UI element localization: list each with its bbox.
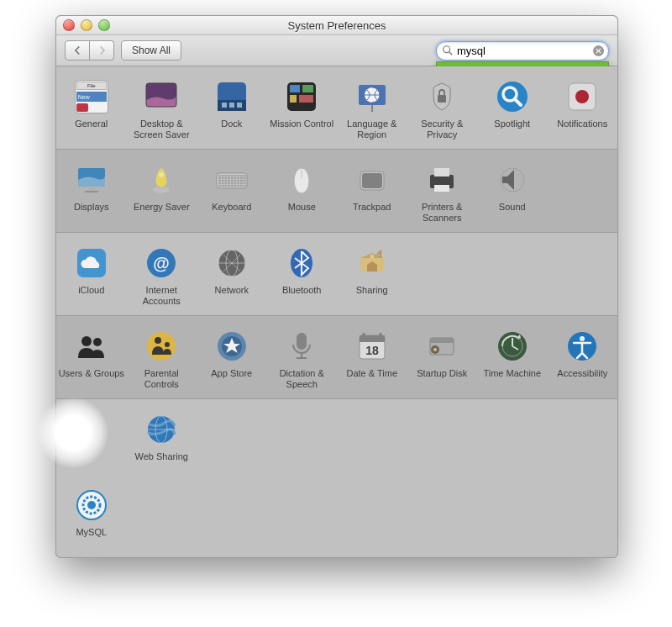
pref-users[interactable]: Users & Groups (56, 329, 127, 390)
svg-rect-70 (234, 185, 236, 187)
svg-rect-43 (234, 177, 236, 179)
svg-rect-47 (218, 180, 221, 182)
pref-label: Bluetooth (281, 285, 323, 307)
dock-icon (215, 80, 249, 113)
svg-rect-79 (434, 168, 449, 177)
svg-rect-66 (221, 185, 223, 187)
svg-rect-42 (231, 177, 234, 179)
svg-point-22 (575, 90, 589, 103)
pref-dock[interactable]: Dock (197, 80, 267, 140)
pref-label: Network (213, 285, 250, 307)
pref-label: Accessibility (555, 368, 609, 390)
svg-rect-31 (224, 175, 227, 177)
x-icon (596, 48, 601, 54)
pref-energy[interactable]: Energy Saver (127, 163, 197, 224)
pref-label: App Store (209, 368, 254, 390)
forward-button[interactable] (90, 40, 114, 61)
chevron-left-icon (74, 46, 81, 55)
pref-mouse[interactable]: Mouse (267, 163, 338, 224)
pref-network[interactable]: Network (197, 246, 267, 307)
pref-timemachine[interactable]: Time Machine (477, 329, 548, 390)
pref-accessibility[interactable]: Accessibility (548, 329, 618, 390)
svg-point-105 (362, 333, 365, 336)
svg-point-118 (87, 501, 96, 509)
pref-label: Mission Control (268, 119, 335, 140)
svg-line-1 (449, 51, 453, 55)
pref-trackpad[interactable]: Trackpad (337, 163, 407, 224)
preferences-grid: FileNewGeneralDesktop & Screen SaverDock… (56, 66, 617, 557)
svg-point-110 (433, 348, 437, 351)
svg-point-18 (497, 82, 528, 112)
pref-label: Energy Saver (132, 202, 192, 224)
pref-parental[interactable]: Parental Controls (127, 329, 197, 390)
minimize-icon[interactable] (81, 19, 92, 31)
pref-mission[interactable]: Mission Control (267, 80, 338, 140)
pref-bluetooth[interactable]: Bluetooth (267, 246, 338, 307)
svg-rect-11 (302, 85, 313, 92)
clear-search-button[interactable] (593, 45, 604, 56)
pref-label: Users & Groups (57, 368, 126, 390)
accessibility-icon (565, 329, 599, 363)
pref-mysql[interactable]: MySQL (56, 413, 127, 549)
svg-rect-103 (360, 335, 385, 342)
pref-language[interactable]: Language & Region (337, 80, 407, 140)
svg-text:18: 18 (365, 344, 379, 357)
search-field[interactable] (436, 41, 609, 61)
appstore-icon (215, 329, 249, 363)
pref-notifications[interactable]: <Notifications (548, 80, 618, 140)
titlebar[interactable]: System Preferences (56, 16, 617, 35)
svg-rect-38 (218, 177, 221, 179)
svg-rect-63 (240, 182, 243, 184)
toolbar: Show All MySQL (56, 35, 617, 66)
svg-rect-51 (231, 180, 234, 182)
pref-spotlight[interactable]: Spotlight (477, 80, 548, 140)
svg-rect-69 (231, 185, 234, 187)
pref-label: Spotlight (492, 119, 532, 140)
svg-point-93 (93, 338, 102, 346)
pref-internet[interactable]: @Internet Accounts (127, 246, 197, 307)
pref-printers[interactable]: Printers & Scanners (407, 163, 478, 224)
displays-icon (75, 163, 108, 197)
pref-security[interactable]: Security & Privacy (407, 80, 478, 140)
show-all-button[interactable]: Show All (121, 40, 181, 61)
desktop-icon (144, 80, 178, 113)
back-button[interactable] (65, 40, 90, 61)
pref-startup[interactable]: Startup Disk (407, 329, 478, 390)
pref-sharing[interactable]: Sharing (337, 246, 407, 307)
search-input[interactable] (455, 44, 590, 58)
svg-rect-40 (224, 177, 227, 179)
svg-rect-59 (228, 182, 230, 184)
svg-rect-30 (221, 175, 223, 177)
svg-rect-16 (371, 105, 373, 112)
close-icon[interactable] (63, 19, 75, 31)
pref-icloud[interactable]: iCloud (56, 246, 127, 307)
icloud-icon (75, 246, 108, 280)
pref-dictation[interactable]: Dictation & Speech (267, 329, 338, 390)
pref-desktop[interactable]: Desktop & Screen Saver (127, 80, 197, 140)
svg-rect-29 (218, 175, 221, 177)
pref-appstore[interactable]: App Store (197, 329, 267, 390)
spotlight-highlight (38, 398, 108, 468)
svg-rect-10 (290, 85, 300, 92)
pref-label: Dictation & Speech (267, 368, 338, 390)
svg-rect-77 (362, 173, 382, 188)
timemachine-icon (496, 329, 529, 363)
pref-sound[interactable]: Sound (477, 163, 548, 224)
pref-row: MySQLWeb Sharing (56, 399, 617, 557)
svg-rect-6 (222, 103, 227, 108)
svg-rect-48 (221, 180, 223, 182)
pref-datetime[interactable]: 18Date & Time (337, 329, 407, 390)
pref-label: Keyboard (210, 202, 253, 224)
pref-displays[interactable]: Displays (56, 163, 127, 224)
pref-general[interactable]: FileNewGeneral (56, 80, 127, 140)
search-icon (442, 45, 454, 56)
svg-rect-71 (237, 185, 239, 187)
pref-row: iCloud@Internet AccountsNetworkBluetooth… (56, 233, 617, 316)
chevron-right-icon (98, 46, 106, 55)
pref-websharing[interactable]: Web Sharing (127, 413, 197, 549)
parental-icon (144, 329, 178, 363)
pref-keyboard[interactable]: Keyboard (197, 163, 267, 224)
svg-rect-91 (370, 255, 374, 258)
svg-rect-99 (297, 333, 307, 350)
zoom-icon[interactable] (98, 19, 110, 31)
